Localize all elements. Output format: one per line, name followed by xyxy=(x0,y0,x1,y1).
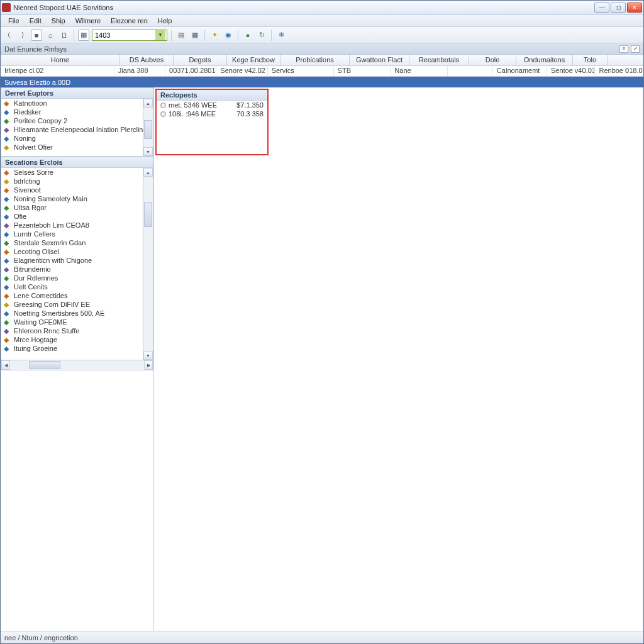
column-header[interactable]: Senore v42.02 xyxy=(216,66,267,76)
calendar-icon[interactable]: ▤ xyxy=(175,30,187,41)
list-item[interactable]: ◆Noetting Smertisbres 500, AE xyxy=(1,309,153,318)
column-header[interactable]: Calnonamemt xyxy=(493,66,547,76)
column-header[interactable]: Irlienpe cl.02 xyxy=(1,66,114,76)
menu-help[interactable]: Help xyxy=(153,16,177,26)
list-item[interactable]: ◆Pezenteboh Lim CEOA8 xyxy=(1,221,153,230)
panel-list: ◆Selses Sorre◆bdrlcting◆Sivenoot◆Noning … xyxy=(1,168,153,360)
grid-icon[interactable]: ▦ xyxy=(78,30,89,41)
scroll-down-icon[interactable]: ▼ xyxy=(143,351,153,360)
list-item[interactable]: ◆Hlleamante Enelenpeocial Iniation Plerc… xyxy=(1,125,153,134)
globe-icon[interactable]: ◉ xyxy=(223,30,234,41)
list-item[interactable]: ◆Noning Sameolety Main xyxy=(1,194,153,203)
list-icon[interactable]: ≡ xyxy=(619,45,628,53)
scroll-thumb[interactable] xyxy=(29,361,60,369)
list-item[interactable]: ◆Selses Sorre xyxy=(1,168,153,177)
list-item[interactable]: ◆Poritee Coopoy 2 xyxy=(1,116,153,125)
scroll-track[interactable] xyxy=(143,177,153,351)
vertical-scrollbar[interactable]: ▲ ▼ xyxy=(143,168,153,360)
list-item[interactable]: ◆Ituing Groeine xyxy=(1,344,153,353)
item-label: Pezenteboh Lim CEOA8 xyxy=(14,221,89,229)
list-item[interactable]: ◆Greesing Com DiFilV EE xyxy=(1,300,153,309)
check-icon[interactable]: ● xyxy=(242,30,253,41)
tab[interactable]: Gwattoon Flact xyxy=(350,55,409,65)
expand-icon[interactable]: ⤢ xyxy=(631,45,640,53)
column-header[interactable]: Renboe 018.0S xyxy=(595,66,643,76)
list-item[interactable]: ◆Noning xyxy=(1,134,153,143)
list-item[interactable]: ◆Riedsker xyxy=(1,108,153,116)
refresh-icon[interactable]: ↻ xyxy=(256,30,267,41)
tab[interactable]: Ondumaitons xyxy=(516,55,573,65)
menu-elezone[interactable]: Elezone ren xyxy=(106,16,153,26)
column-header[interactable]: Jiana 388 xyxy=(114,66,165,76)
column-header[interactable] xyxy=(448,66,493,76)
item-label: Selses Sorre xyxy=(14,169,53,176)
back-icon[interactable]: ⟨ xyxy=(3,30,14,41)
close-button[interactable]: ✕ xyxy=(627,3,642,13)
separator xyxy=(171,30,172,41)
scroll-track[interactable] xyxy=(10,360,144,370)
menu-edit[interactable]: Edit xyxy=(25,16,47,26)
scroll-thumb[interactable] xyxy=(144,202,152,227)
list-item[interactable]: ◆Uelt Cenits xyxy=(1,282,153,291)
list-item[interactable]: ◆bdrlcting xyxy=(1,177,153,186)
column-header[interactable]: Nane xyxy=(391,66,448,76)
list-item[interactable]: ◆Ehleroon Rnnc Stuffe xyxy=(1,326,153,335)
combo-input[interactable] xyxy=(92,31,155,39)
item-label: Uelt Cenits xyxy=(14,283,48,291)
doc-icon[interactable]: 🗋 xyxy=(58,30,70,41)
menu-wilmere[interactable]: Wilmere xyxy=(70,16,106,26)
tab[interactable]: DS Aubves xyxy=(120,55,174,65)
list-item[interactable]: ◆Lene Comectides xyxy=(1,291,153,300)
toolbar-combo[interactable]: ▼ xyxy=(92,30,167,41)
scroll-track[interactable] xyxy=(143,108,153,147)
list-item[interactable]: ◆Mrce Hogtage xyxy=(1,335,153,344)
list-item[interactable]: ◆Elagrienticn with Chigone xyxy=(1,256,153,265)
separator xyxy=(271,30,272,41)
panel-row[interactable]: met. 5346 WEE$7.1.350 xyxy=(157,101,267,109)
list-item[interactable]: ◆Sivenoot xyxy=(1,186,153,194)
tab[interactable]: Degots xyxy=(174,55,227,65)
wizard-icon[interactable]: ✦ xyxy=(209,30,220,41)
list-item[interactable]: ◆Nolvert Ofier xyxy=(1,143,153,152)
scroll-down-icon[interactable]: ▼ xyxy=(143,147,153,156)
list-item[interactable]: ◆Bitrundemio xyxy=(1,265,153,274)
list-item[interactable]: ◆Uitsa Rgor xyxy=(1,203,153,212)
list-item[interactable]: ◆Sterdale Sexmrin Gdan xyxy=(1,238,153,247)
tab[interactable]: Home xyxy=(1,55,120,65)
tab[interactable]: Tolo xyxy=(573,55,608,65)
list-item[interactable]: ◆Katnotioon xyxy=(1,99,153,108)
list-item[interactable]: ◆Ofie xyxy=(1,212,153,221)
tab[interactable]: Recambotals xyxy=(409,55,469,65)
column-header[interactable]: STB xyxy=(334,66,391,76)
selected-row[interactable]: Suvesa Eleztio a.00D xyxy=(1,77,643,87)
tab[interactable]: Probications xyxy=(280,55,350,65)
list-item[interactable]: ◆Lecoting Olisel xyxy=(1,247,153,256)
settings-icon[interactable]: ❄ xyxy=(275,30,287,41)
list-item[interactable]: ◆Dur Rdlemnes xyxy=(1,274,153,282)
column-header[interactable]: Sentoe v40.03 xyxy=(547,66,596,76)
list-item[interactable]: ◆Lurntr Cellers xyxy=(1,230,153,238)
maximize-button[interactable]: ◻ xyxy=(611,3,626,13)
scroll-up-icon[interactable]: ▲ xyxy=(143,99,153,108)
column-header[interactable]: Servics xyxy=(268,66,334,76)
stop-icon[interactable]: ■ xyxy=(31,30,42,41)
menu-file[interactable]: File xyxy=(3,16,25,26)
list-item[interactable]: ◆Waiting OFE0ME xyxy=(1,318,153,326)
scroll-up-icon[interactable]: ▲ xyxy=(143,168,153,177)
scroll-left-icon[interactable]: ◀ xyxy=(1,360,10,370)
vertical-scrollbar[interactable]: ▲ ▼ xyxy=(143,99,153,156)
scroll-thumb[interactable] xyxy=(144,120,152,139)
scroll-right-icon[interactable]: ▶ xyxy=(144,360,153,370)
forward-icon[interactable]: ⟩ xyxy=(17,30,28,41)
tab[interactable]: Kege Encbow xyxy=(227,55,280,65)
minimize-button[interactable]: — xyxy=(594,3,609,13)
column-header[interactable]: 00371.00.28018 xyxy=(165,66,216,76)
chevron-down-icon[interactable]: ▼ xyxy=(155,30,165,40)
menu-ship[interactable]: Ship xyxy=(47,16,70,26)
home-icon[interactable]: ⌂ xyxy=(45,30,56,41)
row-label: 108i. :946 MEE xyxy=(169,110,234,118)
panel-row[interactable]: 108i. :946 MEE70.3 358 xyxy=(157,109,267,118)
table-icon[interactable]: ▦ xyxy=(189,30,201,41)
horizontal-scrollbar[interactable]: ◀ ▶ xyxy=(1,360,153,370)
tab[interactable]: Dole xyxy=(469,55,516,65)
